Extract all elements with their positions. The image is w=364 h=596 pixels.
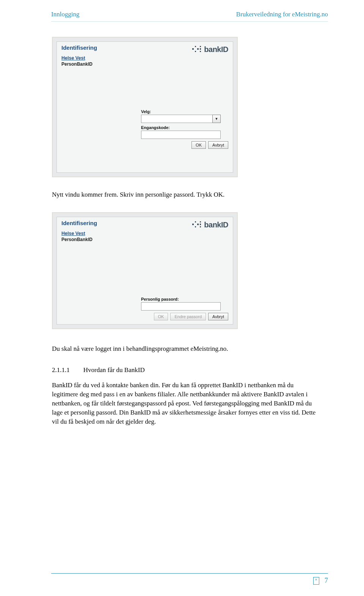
ok-button[interactable]: OK xyxy=(154,313,168,320)
section-body: BankID får du ved å kontakte banken din.… xyxy=(52,381,328,427)
bankid-window-password: Identifisering bankID Helse Vest PersonB… xyxy=(52,212,238,329)
section-title: Hvordan får du BankID xyxy=(83,366,145,374)
bankid-logo-text: bankID xyxy=(204,45,228,54)
footer-divider xyxy=(51,573,328,574)
header-left: Innlogging xyxy=(51,11,80,18)
bankid-logo-dots-icon xyxy=(192,221,201,229)
bankid-logo: bankID xyxy=(192,220,228,229)
ok-button[interactable]: OK xyxy=(191,141,206,149)
bankid-title: Identifisering xyxy=(61,44,97,54)
bankid-logo-dots-icon xyxy=(192,46,201,54)
bankid-window-inner: Identifisering bankID Helse Vest PersonB… xyxy=(56,41,233,173)
password-label: Personlig passord: xyxy=(141,297,228,301)
page-header: Innlogging Brukerveiledning for eMeistri… xyxy=(51,11,328,18)
bankid-title: Identifisering xyxy=(61,220,97,229)
otp-input[interactable] xyxy=(141,131,221,139)
section-number: 2.1.1.1 xyxy=(52,366,70,374)
bankid-logo-text: bankID xyxy=(204,221,228,229)
cancel-button[interactable]: Avbryt xyxy=(208,141,228,149)
page-marker-icon xyxy=(313,577,319,585)
instruction-text-1: Nytt vindu kommer frem. Skriv inn person… xyxy=(52,190,328,199)
instruction-text-2: Du skal nå være logget inn i behandlings… xyxy=(52,344,328,353)
select-wrap[interactable]: ▼ xyxy=(141,115,221,123)
section-howto-bankid: 2.1.1.1 Hvordan får du BankID BankID får… xyxy=(52,366,328,427)
change-password-button[interactable]: Endre passord xyxy=(170,313,206,320)
bankid-org-link[interactable]: Helse Vest xyxy=(61,231,228,236)
select-input[interactable] xyxy=(141,115,221,123)
header-divider xyxy=(51,21,328,22)
bankid-window-otp: Identifisering bankID Helse Vest PersonB… xyxy=(52,37,238,177)
bankid-sub: PersonBankID xyxy=(61,236,228,242)
cancel-button[interactable]: Avbryt xyxy=(208,313,228,320)
select-label: Velg: xyxy=(141,109,228,114)
page-footer: 7 xyxy=(51,573,328,585)
bankid-org-link[interactable]: Helse Vest xyxy=(61,55,228,61)
chevron-down-icon[interactable]: ▼ xyxy=(212,115,221,123)
page-number: 7 xyxy=(325,577,328,585)
password-input[interactable] xyxy=(141,302,221,311)
otp-label: Engangskode: xyxy=(141,125,228,130)
bankid-sub: PersonBankID xyxy=(61,61,228,67)
bankid-window-inner: Identifisering bankID Helse Vest PersonB… xyxy=(56,217,233,325)
header-right: Brukerveiledning for eMeistring.no xyxy=(236,11,328,18)
bankid-logo: bankID xyxy=(192,44,228,54)
